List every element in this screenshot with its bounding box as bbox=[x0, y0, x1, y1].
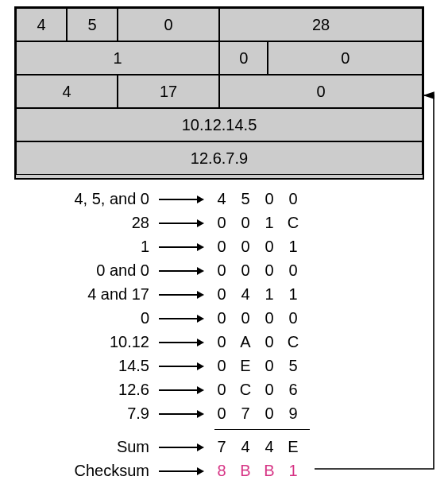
calc-digits: 0001 bbox=[210, 238, 305, 256]
arrow-icon bbox=[154, 308, 210, 328]
arrow-icon bbox=[154, 331, 210, 352]
calc-line-sum: Sum744E bbox=[51, 435, 305, 459]
calc-line-6: 10.120A0C bbox=[51, 330, 305, 354]
field-frag-offset: 0 bbox=[268, 41, 423, 75]
calc-digits: 001C bbox=[210, 214, 305, 232]
ip-header-row-2: 1 0 0 bbox=[16, 41, 423, 75]
calc-line-0: 4, 5, and 04500 bbox=[51, 187, 305, 211]
ip-header-row-src: 10.12.14.5 bbox=[16, 108, 423, 141]
calc-label: Sum bbox=[51, 438, 154, 456]
arrow-icon bbox=[154, 403, 210, 424]
calc-line-7: 14.50E05 bbox=[51, 354, 305, 377]
field-version: 4 bbox=[16, 8, 67, 41]
calc-digits: 8BB1 bbox=[210, 462, 305, 480]
sum-rule bbox=[214, 429, 310, 430]
calc-digits: 0411 bbox=[210, 285, 305, 304]
calc-label: 4 and 17 bbox=[51, 285, 154, 304]
calc-line-8: 12.60C06 bbox=[51, 377, 305, 401]
calc-label: 10.12 bbox=[51, 333, 154, 351]
arrow-icon bbox=[154, 188, 210, 209]
field-dst-ip: 12.6.7.9 bbox=[16, 141, 423, 175]
checksum-calc: 4, 5, and 0450028001C100010 and 000004 a… bbox=[51, 187, 305, 480]
calc-line-1: 28001C bbox=[51, 211, 305, 234]
calc-digits: 0E05 bbox=[210, 357, 305, 375]
field-total-length: 28 bbox=[219, 8, 423, 41]
calc-line-3: 0 and 00000 bbox=[51, 258, 305, 282]
calc-digits: 0000 bbox=[210, 261, 305, 280]
calc-line-2: 10001 bbox=[51, 234, 305, 258]
calc-label: 28 bbox=[51, 214, 154, 232]
calc-label: 4, 5, and 0 bbox=[51, 190, 154, 208]
calc-line-9: 7.90709 bbox=[51, 401, 305, 425]
arrow-icon bbox=[154, 460, 210, 480]
ip-header-table: 4 5 0 28 1 0 0 4 17 0 10.12.14.5 12.6.7.… bbox=[14, 6, 424, 180]
arrow-icon bbox=[154, 236, 210, 257]
calc-label: 14.5 bbox=[51, 357, 154, 375]
calc-label: 0 and 0 bbox=[51, 261, 154, 280]
ip-header-row-3: 4 17 0 bbox=[16, 75, 423, 108]
field-ttl: 4 bbox=[16, 75, 118, 108]
field-checksum-highlight: 0 bbox=[219, 75, 423, 108]
calc-digits: 0000 bbox=[210, 309, 305, 327]
field-src-ip: 10.12.14.5 bbox=[16, 108, 423, 141]
ip-header-row-1: 4 5 0 28 bbox=[16, 8, 423, 41]
field-flags: 0 bbox=[219, 41, 268, 75]
calc-digits: 4500 bbox=[210, 190, 305, 208]
calc-line-4: 4 and 170411 bbox=[51, 282, 305, 306]
calc-digits: 744E bbox=[210, 438, 305, 456]
field-service: 0 bbox=[118, 8, 219, 41]
arrow-icon bbox=[154, 212, 210, 233]
calc-label: 12.6 bbox=[51, 381, 154, 399]
arrow-icon bbox=[154, 284, 210, 304]
arrow-icon bbox=[154, 436, 210, 457]
calc-digits: 0709 bbox=[210, 405, 305, 423]
field-protocol: 17 bbox=[118, 75, 219, 108]
arrow-icon bbox=[154, 355, 210, 376]
field-hlen: 5 bbox=[67, 8, 118, 41]
calc-label: 7.9 bbox=[51, 405, 154, 423]
field-identification: 1 bbox=[16, 41, 219, 75]
calc-label: 0 bbox=[51, 309, 154, 327]
ip-header-row-dst: 12.6.7.9 bbox=[16, 141, 423, 175]
calc-label: 1 bbox=[51, 238, 154, 256]
arrow-icon bbox=[154, 260, 210, 281]
calc-digits: 0C06 bbox=[210, 381, 305, 399]
calc-line-5: 00000 bbox=[51, 306, 305, 330]
calc-line-checksum: Checksum8BB1 bbox=[51, 459, 305, 480]
arrow-icon bbox=[154, 379, 210, 400]
calc-label: Checksum bbox=[51, 462, 154, 480]
calc-digits: 0A0C bbox=[210, 333, 305, 351]
